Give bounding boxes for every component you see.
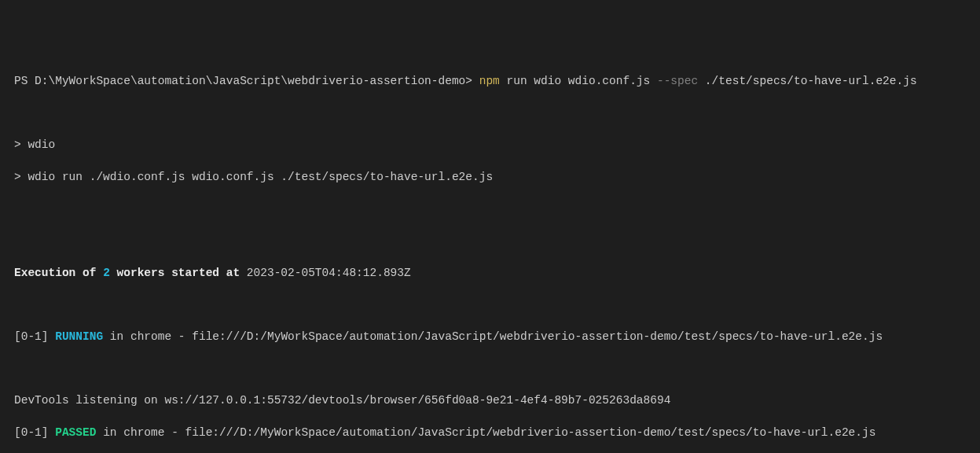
running-rest: in chrome - file:///D:/MyWorkSpace/autom… bbox=[103, 330, 883, 343]
npm-command: npm bbox=[479, 75, 500, 87]
echo-wdio: > wdio bbox=[14, 137, 966, 153]
running-status: RUNNING bbox=[55, 330, 103, 343]
worker-id: [0-1] bbox=[14, 426, 55, 439]
passed-rest: in chrome - file:///D:/MyWorkSpace/autom… bbox=[96, 426, 875, 439]
worker-id: [0-1] bbox=[14, 330, 55, 343]
execution-header: Execution of 2 workers started at 2023-0… bbox=[14, 265, 966, 281]
running-line: [0-1] RUNNING in chrome - file:///D:/MyW… bbox=[14, 329, 966, 344]
cmd-specfile: ./test/specs/to-have-url.e2e.js bbox=[698, 75, 916, 87]
exec-text2: workers started at bbox=[110, 267, 247, 279]
cmd-flag: --spec bbox=[657, 75, 698, 87]
ps-prefix: PS bbox=[14, 75, 35, 87]
blank-line bbox=[14, 233, 966, 249]
exec-text1: Execution of bbox=[14, 267, 103, 279]
blank-line bbox=[14, 361, 966, 377]
blank-line bbox=[14, 105, 966, 121]
devtools-line: DevTools listening on ws://127.0.0.1:557… bbox=[14, 392, 966, 408]
worker-count: 2 bbox=[103, 267, 110, 279]
cmd-args: run wdio wdio.conf.js bbox=[500, 75, 657, 87]
passed-status: PASSED bbox=[55, 426, 96, 439]
echo-wdio-run: > wdio run ./wdio.conf.js wdio.conf.js .… bbox=[14, 169, 966, 185]
blank-line bbox=[14, 201, 966, 217]
command-line-1[interactable]: PS D:\MyWorkSpace\automation\JavaScript\… bbox=[14, 73, 966, 89]
blank-line bbox=[14, 296, 966, 312]
cwd-path: D:\MyWorkSpace\automation\JavaScript\web… bbox=[35, 75, 479, 87]
exec-timestamp: 2023-02-05T04:48:12.893Z bbox=[247, 267, 411, 279]
passed-line: [0-1] PASSED in chrome - file:///D:/MyWo… bbox=[14, 425, 966, 440]
